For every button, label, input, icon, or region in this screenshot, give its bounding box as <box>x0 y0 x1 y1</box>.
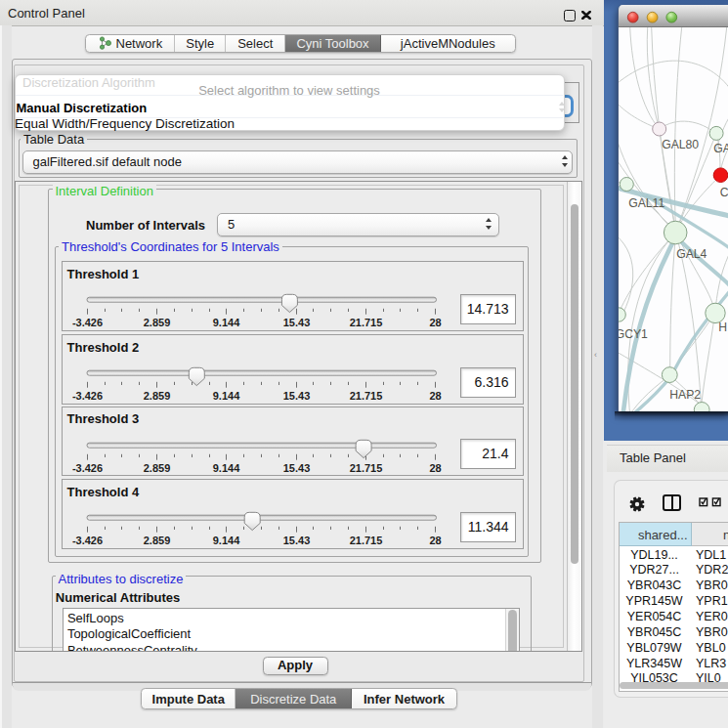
svg-text:GCY1: GCY1 <box>619 327 648 341</box>
svg-text:28: 28 <box>429 535 441 546</box>
svg-text:HAP2: HAP2 <box>669 388 701 402</box>
svg-text:21.715: 21.715 <box>349 461 382 473</box>
svg-text:28: 28 <box>429 317 441 328</box>
svg-text:-3.426: -3.426 <box>71 461 102 473</box>
svg-text:GA: GA <box>713 141 728 154</box>
svg-text:2.859: 2.859 <box>143 317 170 328</box>
svg-text:15.43: 15.43 <box>282 317 310 328</box>
svg-text:H: H <box>718 320 727 333</box>
svg-text:15.43: 15.43 <box>282 461 310 473</box>
svg-text:9.144: 9.144 <box>212 317 239 328</box>
svg-text:15.43: 15.43 <box>282 390 310 402</box>
svg-text:-3.426: -3.426 <box>71 317 102 328</box>
svg-text:21.715: 21.715 <box>349 390 382 402</box>
svg-text:2.859: 2.859 <box>143 461 170 473</box>
svg-text:21.715: 21.715 <box>349 317 382 328</box>
svg-text:GAL4: GAL4 <box>676 247 707 261</box>
svg-text:9.144: 9.144 <box>212 390 239 402</box>
svg-text:GAL11: GAL11 <box>628 196 664 210</box>
svg-text:-3.426: -3.426 <box>71 390 102 402</box>
svg-text:9.144: 9.144 <box>212 461 239 473</box>
svg-text:2.859: 2.859 <box>143 390 170 402</box>
svg-text:28: 28 <box>429 461 441 473</box>
svg-text:GAL80: GAL80 <box>662 137 699 150</box>
svg-text:9.144: 9.144 <box>212 535 239 546</box>
svg-text:2.859: 2.859 <box>143 535 170 546</box>
svg-text:28: 28 <box>429 390 441 402</box>
svg-text:C: C <box>720 185 728 198</box>
svg-text:15.43: 15.43 <box>282 535 310 546</box>
svg-text:21.715: 21.715 <box>349 535 382 546</box>
svg-text:-3.426: -3.426 <box>71 535 102 546</box>
